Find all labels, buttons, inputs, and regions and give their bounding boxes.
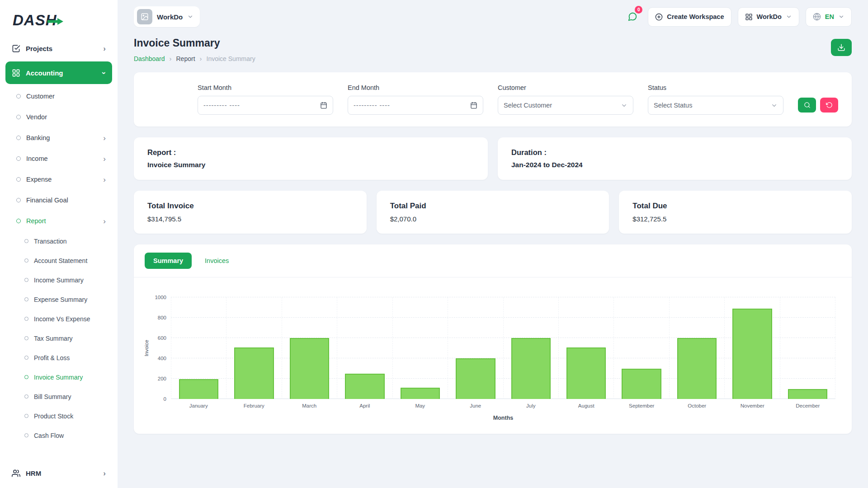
bar-october[interactable] <box>677 338 717 399</box>
status-field: Status Select Status <box>648 84 783 115</box>
create-workspace-button[interactable]: Create Workspace <box>648 7 731 27</box>
stat-label: Total Due <box>632 202 838 211</box>
sidebar-item-bill-summary[interactable]: Bill Summary <box>5 387 112 406</box>
chart-x-labels: JanuaryFebruaryMarchAprilMayJuneJulyAugu… <box>171 403 835 408</box>
end-month-label: End Month <box>348 84 483 91</box>
chevron-down-icon: › <box>101 71 108 74</box>
sidebar-item-transaction[interactable]: Transaction <box>5 231 112 251</box>
sidebar-item-expense[interactable]: Expense› <box>5 169 112 190</box>
chevron-right-icon: › <box>103 134 106 142</box>
sidebar-item-product-stock[interactable]: Product Stock <box>5 406 112 426</box>
status-select[interactable]: Select Status <box>648 96 783 115</box>
bullet-icon <box>16 156 21 161</box>
start-month-field: Start Month <box>198 84 333 115</box>
breadcrumb-item-report[interactable]: Report <box>176 55 195 62</box>
stat-card-total-due: Total Due$312,725.5 <box>619 191 852 234</box>
chart-plot <box>171 297 835 399</box>
accounting-submenu: CustomerVendorBanking›Income›Expense›Fin… <box>5 86 112 445</box>
apps-dropdown[interactable]: WorkDo <box>738 7 799 27</box>
bar-april[interactable] <box>345 374 384 399</box>
sidebar-item-cash-flow[interactable]: Cash Flow <box>5 426 112 445</box>
sidebar-item-label: Income <box>26 155 48 162</box>
bar-september[interactable] <box>622 369 661 399</box>
sidebar-item-invoice-summary[interactable]: Invoice Summary <box>5 367 112 387</box>
sidebar-item-income-vs-expense[interactable]: Income Vs Expense <box>5 309 112 328</box>
sidebar-item-expense-summary[interactable]: Expense Summary <box>5 290 112 309</box>
logo-arrow-icon <box>47 18 64 25</box>
bar-august[interactable] <box>566 347 606 399</box>
image-icon <box>141 13 149 21</box>
sidebar-item-projects[interactable]: Projects › <box>5 37 112 60</box>
x-tick-label: May <box>392 403 448 408</box>
end-month-input[interactable] <box>348 96 483 115</box>
customer-label: Customer <box>498 84 633 91</box>
bar-may[interactable] <box>401 388 440 399</box>
bullet-icon <box>24 317 28 321</box>
chat-button[interactable]: 0 <box>623 8 642 26</box>
reset-button[interactable] <box>820 98 838 113</box>
workspace-avatar <box>137 9 152 24</box>
sidebar-item-income[interactable]: Income› <box>5 148 112 169</box>
calendar-icon <box>470 102 477 109</box>
sidebar: DASH Projects › Accounting › CustomerVen… <box>0 0 118 488</box>
chart-plot-row: Invoice 02004006008001000 <box>142 297 835 399</box>
brand-logo[interactable]: DASH <box>5 5 112 35</box>
sidebar-item-profit-loss[interactable]: Profit & Loss <box>5 348 112 367</box>
bar-february[interactable] <box>234 347 274 399</box>
chat-badge: 0 <box>635 6 642 14</box>
bullet-icon <box>24 356 28 360</box>
sidebar-item-financial-goal[interactable]: Financial Goal <box>5 190 112 211</box>
sidebar-item-hrm[interactable]: HRM › <box>5 462 112 484</box>
chart-column-august <box>559 297 614 399</box>
main-content: WorkDo 0 Create Workspace WorkDo <box>118 0 868 488</box>
breadcrumb-separator: › <box>170 55 172 62</box>
download-button[interactable] <box>831 39 852 56</box>
y-tick-label: 400 <box>158 355 166 361</box>
duration-card: Duration : Jan-2024 to Dec-2024 <box>498 137 852 180</box>
stat-value: $312,725.5 <box>632 215 838 223</box>
x-tick-label: December <box>780 403 836 408</box>
bar-june[interactable] <box>456 358 495 399</box>
customer-field: Customer Select Customer <box>498 84 633 115</box>
end-month-value[interactable] <box>354 102 467 109</box>
y-tick-label: 800 <box>158 314 166 321</box>
breadcrumb-item-dashboard[interactable]: Dashboard <box>134 55 165 62</box>
chat-icon <box>627 12 637 22</box>
bar-january[interactable] <box>179 379 218 399</box>
stat-label: Total Paid <box>390 202 596 211</box>
sidebar-item-tax-summary[interactable]: Tax Summary <box>5 328 112 348</box>
start-month-input[interactable] <box>198 96 333 115</box>
workspace-selector[interactable]: WorkDo <box>134 6 200 27</box>
stats-row: Total Invoice$314,795.5Total Paid$2,070.… <box>134 191 852 234</box>
sidebar-item-accounting[interactable]: Accounting › <box>5 61 112 84</box>
tab-summary[interactable]: Summary <box>145 253 192 269</box>
start-month-value[interactable] <box>203 102 316 109</box>
bar-november[interactable] <box>732 309 772 399</box>
bar-december[interactable] <box>788 389 827 399</box>
x-tick-label: April <box>337 403 393 408</box>
sidebar-item-vendor[interactable]: Vendor <box>5 107 112 127</box>
search-button[interactable] <box>798 98 816 113</box>
bullet-icon <box>24 297 28 301</box>
sidebar-item-banking[interactable]: Banking› <box>5 127 112 148</box>
bar-july[interactable] <box>511 338 551 399</box>
bullet-icon <box>16 136 21 140</box>
filter-actions <box>798 98 838 113</box>
sidebar-item-report[interactable]: Report› <box>5 211 112 231</box>
sidebar-item-account-statement[interactable]: Account Statement <box>5 251 112 270</box>
x-tick-label: March <box>282 403 337 408</box>
chart-column-january <box>171 297 226 399</box>
bar-march[interactable] <box>290 338 329 399</box>
tab-invoices[interactable]: Invoices <box>196 253 237 269</box>
sidebar-item-income-summary[interactable]: Income Summary <box>5 270 112 290</box>
bullet-icon <box>24 258 28 263</box>
page-head: Invoice Summary Dashboard›Report›Invoice… <box>134 37 852 62</box>
language-dropdown[interactable]: EN <box>806 7 852 27</box>
customer-select[interactable]: Select Customer <box>498 96 633 115</box>
sidebar-item-customer[interactable]: Customer <box>5 86 112 107</box>
sidebar-item-label: Customer <box>26 93 55 100</box>
status-label: Status <box>648 84 783 91</box>
grid-icon <box>745 13 753 21</box>
chart-column-march <box>282 297 337 399</box>
y-tick-label: 0 <box>164 396 166 402</box>
